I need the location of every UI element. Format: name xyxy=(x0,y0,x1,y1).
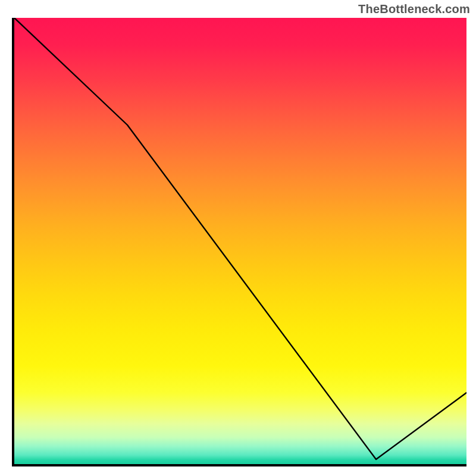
attribution-text: TheBottleneck.com xyxy=(358,2,470,16)
main-curve xyxy=(14,18,466,459)
chart-svg xyxy=(14,18,466,464)
chart-container: TheBottleneck.com xyxy=(0,0,476,476)
plot-area xyxy=(12,18,466,466)
